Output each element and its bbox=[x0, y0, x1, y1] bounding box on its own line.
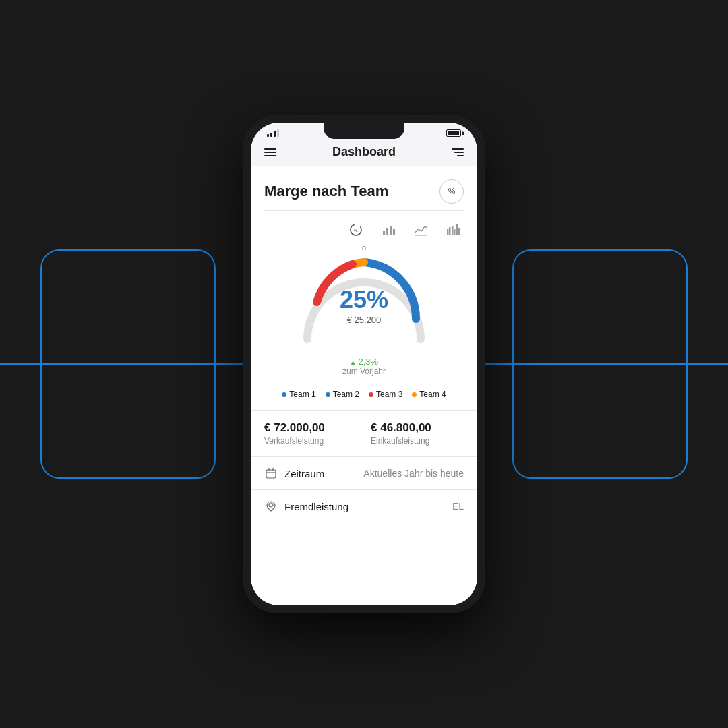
card-header: Marge nach Team % bbox=[251, 166, 477, 210]
svg-rect-8 bbox=[449, 227, 451, 235]
grouped-bar-icon bbox=[446, 222, 460, 237]
gauge-center: 25% € 25.200 bbox=[340, 288, 388, 325]
legend-label-team1: Team 1 bbox=[289, 390, 315, 399]
legend-item-team3: Team 3 bbox=[369, 390, 402, 399]
location-icon bbox=[264, 499, 278, 513]
filter-line-2 bbox=[454, 152, 464, 153]
content-area: Marge nach Team % % bbox=[251, 166, 477, 605]
gauge-icon: % bbox=[348, 222, 363, 237]
zeitraum-label: Zeitraum bbox=[284, 468, 324, 479]
hamburger-button[interactable] bbox=[264, 148, 276, 156]
hamburger-line-2 bbox=[264, 152, 276, 153]
phone-screen: Dashboard Marge nach Team % bbox=[251, 123, 477, 605]
battery-fill bbox=[448, 131, 459, 135]
filter-line-3 bbox=[457, 155, 464, 156]
stat-einkaufsleistung: € 46.800,00 Einkaufsleistung bbox=[371, 421, 464, 446]
svg-point-17 bbox=[269, 503, 273, 507]
connector-left-box bbox=[40, 249, 216, 479]
legend-item-team2: Team 2 bbox=[326, 390, 359, 399]
gauge-amount: € 25.200 bbox=[340, 315, 388, 325]
gauge-wrapper: 0 bbox=[290, 245, 438, 353]
line-chart-button[interactable] bbox=[410, 219, 431, 241]
info-row-fremdleistung-left: Fremdleistung bbox=[264, 499, 348, 513]
stat-verkaufsleistung: € 72.000,00 Verkaufsleistung bbox=[264, 421, 357, 446]
grouped-bar-button[interactable] bbox=[442, 219, 464, 241]
scene: Dashboard Marge nach Team % bbox=[0, 0, 728, 728]
connector-right-box bbox=[512, 249, 688, 479]
svg-rect-4 bbox=[390, 226, 392, 235]
signal-bar-4 bbox=[277, 129, 279, 137]
legend-dot-team3 bbox=[369, 392, 373, 397]
line-chart-icon bbox=[413, 222, 428, 237]
notch bbox=[324, 123, 404, 139]
info-row-zeitraum-left: Zeitraum bbox=[264, 466, 324, 480]
legend-item-team1: Team 1 bbox=[282, 390, 315, 399]
comparison-value: 2,3% bbox=[350, 357, 378, 367]
signal-icon bbox=[267, 129, 279, 137]
chart-selector: % bbox=[251, 211, 477, 245]
chart-type-icon-label: % bbox=[448, 187, 456, 196]
stat-verkaufsleistung-label: Verkaufsleistung bbox=[264, 436, 357, 446]
fremdleistung-label: Fremdleistung bbox=[284, 501, 348, 512]
info-row-zeitraum[interactable]: Zeitraum Aktuelles Jahr bis heute bbox=[251, 456, 477, 489]
filter-line-1 bbox=[452, 148, 464, 150]
legend-dot-team4 bbox=[412, 392, 417, 397]
signal-bar-1 bbox=[267, 134, 269, 137]
legend-label-team3: Team 3 bbox=[376, 390, 402, 399]
svg-rect-2 bbox=[383, 231, 385, 235]
svg-text:%: % bbox=[354, 229, 358, 233]
fremdleistung-value: EL bbox=[452, 501, 464, 512]
svg-rect-11 bbox=[456, 224, 458, 235]
gauge-comparison: 2,3% zum Vorjahr bbox=[342, 357, 386, 376]
svg-rect-10 bbox=[454, 229, 456, 235]
gauge-zero-label: 0 bbox=[362, 245, 366, 253]
app-bar: Dashboard bbox=[251, 140, 477, 166]
stat-einkaufsleistung-label: Einkaufsleistung bbox=[371, 436, 464, 446]
legend-dot-team2 bbox=[326, 392, 330, 397]
bar-chart-icon bbox=[381, 222, 396, 237]
hamburger-line-1 bbox=[264, 148, 276, 150]
hamburger-line-3 bbox=[264, 155, 276, 156]
signal-bar-2 bbox=[270, 133, 272, 137]
legend: Team 1 Team 2 Team 3 Team 4 bbox=[251, 383, 477, 410]
gauge-chart-button[interactable]: % bbox=[345, 219, 367, 241]
card-title: Marge nach Team bbox=[264, 183, 388, 200]
legend-label-team2: Team 2 bbox=[333, 390, 359, 399]
stat-verkaufsleistung-value: € 72.000,00 bbox=[264, 421, 357, 435]
app-bar-title: Dashboard bbox=[332, 145, 396, 159]
phone-shell: Dashboard Marge nach Team % bbox=[243, 115, 485, 613]
svg-rect-9 bbox=[452, 226, 454, 235]
signal-bar-3 bbox=[274, 131, 276, 137]
calendar-icon bbox=[264, 466, 278, 480]
stats-row: € 72.000,00 Verkaufsleistung € 46.800,00… bbox=[251, 410, 477, 456]
info-row-fremdleistung[interactable]: Fremdleistung EL bbox=[251, 489, 477, 522]
filter-button[interactable] bbox=[452, 148, 464, 156]
stat-einkaufsleistung-value: € 46.800,00 bbox=[371, 421, 464, 435]
zeitraum-value: Aktuelles Jahr bis heute bbox=[363, 468, 464, 479]
svg-rect-3 bbox=[386, 228, 388, 235]
legend-label-team4: Team 4 bbox=[419, 390, 446, 399]
legend-dot-team1 bbox=[282, 392, 286, 397]
svg-rect-7 bbox=[447, 229, 449, 235]
chart-type-button[interactable]: % bbox=[439, 179, 464, 204]
svg-rect-13 bbox=[266, 470, 276, 478]
gauge-container: 0 bbox=[251, 245, 477, 383]
svg-rect-12 bbox=[458, 228, 460, 235]
gauge-percentage: 25% bbox=[340, 288, 388, 312]
svg-rect-5 bbox=[393, 229, 395, 235]
bar-chart-button[interactable] bbox=[377, 219, 399, 241]
comparison-label: zum Vorjahr bbox=[342, 367, 386, 376]
legend-item-team4: Team 4 bbox=[412, 390, 446, 399]
battery-icon bbox=[446, 129, 461, 137]
